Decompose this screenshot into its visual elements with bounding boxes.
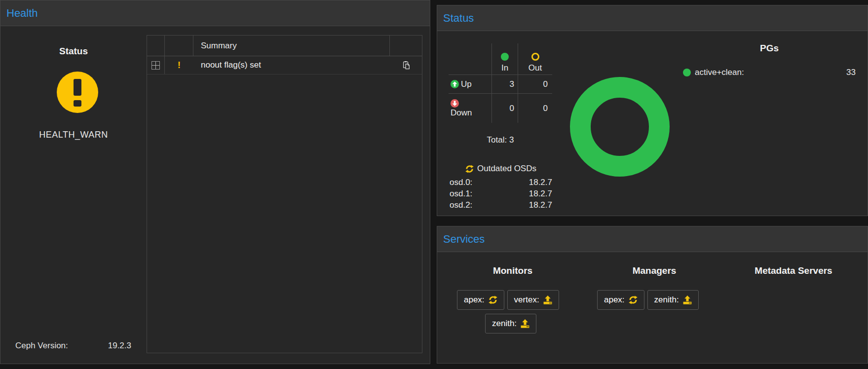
outdated-osds-list: osd.0: 18.2.7 osd.1: 18.2.7 osd.2: 18.2.… <box>449 177 553 211</box>
services-panel-title: Services <box>443 233 485 246</box>
copy-button[interactable] <box>402 61 411 70</box>
osd-name: osd.0: <box>450 178 472 187</box>
status-panel-title: Status <box>443 12 474 25</box>
active-clean-dot-icon <box>683 69 691 76</box>
monitor-vertex-label: vertex: <box>514 295 539 305</box>
osd-total-label: Total: 3 <box>449 135 552 145</box>
ceph-version-label: Ceph Version: <box>15 341 68 351</box>
expand-column-header <box>147 36 165 56</box>
refresh-icon <box>465 165 474 173</box>
outdated-osds-heading: Outdated OSDs <box>477 164 536 174</box>
table-row[interactable]: ! noout flag(s) set <box>147 56 422 74</box>
monitors-button-row-2: zenith: <box>485 314 536 333</box>
copy-icon <box>402 61 411 70</box>
summary-column-header: Summary <box>193 36 390 56</box>
monitors-button-row-1: apex: vertex: <box>457 290 559 310</box>
upload-icon <box>683 295 692 304</box>
osd-version: 18.2.7 <box>472 189 552 199</box>
status-panel: Status In Out Up <box>437 5 868 216</box>
osd-out-column-header: Out <box>518 43 552 74</box>
refresh-icon <box>489 295 497 304</box>
warning-severity-icon: ! <box>178 60 181 71</box>
osd-up-in-value: 3 <box>491 74 518 93</box>
refresh-icon <box>629 295 638 304</box>
health-status-heading: Status <box>0 46 147 57</box>
ceph-version-value: 19.2.3 <box>75 341 131 351</box>
osd-name: osd.2: <box>450 200 472 210</box>
metadata-servers-column-title: Metadata Servers <box>744 265 843 276</box>
manager-zenith-label: zenith: <box>654 295 679 305</box>
osd-up-label: Up <box>461 79 472 89</box>
out-ring-icon <box>531 53 539 61</box>
osd-down-out-value: 0 <box>518 93 552 123</box>
health-panel-body: Status HEALTH_WARN Ceph Version: 19.2.3 … <box>0 26 430 364</box>
outdated-osds-section: Outdated OSDs osd.0: 18.2.7 osd.1: 18.2.… <box>449 163 553 211</box>
warning-exclamation-dot <box>74 100 81 107</box>
list-item: osd.0: 18.2.7 <box>449 177 553 188</box>
managers-column-title: Managers <box>605 265 704 276</box>
severity-column-header <box>165 36 193 56</box>
health-panel: Health Status HEALTH_WARN Ceph Version: … <box>0 0 430 364</box>
status-panel-header: Status <box>437 5 868 31</box>
pgs-donut-chart <box>570 77 670 177</box>
health-warning-icon <box>57 72 98 113</box>
row-expand-cell <box>147 56 165 74</box>
action-column-header <box>390 36 422 56</box>
osd-name: osd.1: <box>450 189 472 199</box>
osd-version: 18.2.7 <box>472 200 552 210</box>
osd-version: 18.2.7 <box>472 178 552 187</box>
monitor-apex-button[interactable]: apex: <box>457 290 504 310</box>
health-warnings-table: Summary ! noout flag(s) set <box>147 35 422 353</box>
manager-apex-button[interactable]: apex: <box>597 290 644 310</box>
osd-state-matrix: In Out Up 3 0 <box>449 43 552 123</box>
status-panel-body: In Out Up 3 0 <box>437 31 868 216</box>
outdated-osds-heading-row: Outdated OSDs <box>449 163 553 174</box>
pgs-legend-value: 33 <box>744 68 856 77</box>
manager-apex-label: apex: <box>604 295 625 305</box>
health-warnings-table-header: Summary <box>147 36 422 56</box>
row-action-cell <box>390 56 422 74</box>
pgs-legend-label: active+clean: <box>695 68 744 77</box>
services-panel: Services Monitors Managers Metadata Serv… <box>437 226 868 364</box>
warning-summary-text: noout flag(s) set <box>201 60 261 70</box>
arrow-circle-down-icon <box>451 99 459 108</box>
warning-exclamation-bar <box>74 79 81 96</box>
monitor-apex-label: apex: <box>464 295 485 305</box>
in-dot-icon <box>501 53 509 61</box>
monitor-zenith-label: zenith: <box>492 319 517 329</box>
ceph-dashboard: Health Status HEALTH_WARN Ceph Version: … <box>0 0 868 369</box>
summary-header-label: Summary <box>201 41 237 51</box>
upload-icon <box>543 295 552 304</box>
list-item: osd.2: 18.2.7 <box>449 199 553 211</box>
expand-row-button[interactable] <box>151 61 160 70</box>
arrow-circle-up-icon <box>451 80 459 88</box>
health-state-text: HEALTH_WARN <box>0 130 147 140</box>
pgs-legend-row: active+clean: 33 <box>683 67 856 78</box>
monitor-vertex-button[interactable]: vertex: <box>507 290 559 310</box>
osd-up-out-value: 0 <box>518 74 552 93</box>
osd-out-label: Out <box>528 63 542 73</box>
osd-matrix-corner <box>449 43 491 74</box>
osd-down-in-value: 0 <box>491 93 518 123</box>
osd-in-label: In <box>501 63 508 73</box>
osd-down-row-header: Down <box>449 93 491 123</box>
services-panel-header: Services <box>437 226 868 252</box>
monitor-zenith-button[interactable]: zenith: <box>485 314 536 333</box>
health-panel-title: Health <box>6 7 38 20</box>
services-panel-body: Monitors Managers Metadata Servers apex:… <box>437 252 868 363</box>
manager-zenith-button[interactable]: zenith: <box>647 290 699 310</box>
osd-down-label: Down <box>451 108 472 118</box>
list-item: osd.1: 18.2.7 <box>449 188 553 199</box>
row-severity-cell: ! <box>165 56 193 74</box>
managers-button-row: apex: zenith: <box>597 290 699 310</box>
osd-up-row-header: Up <box>449 74 491 93</box>
monitors-column-title: Monitors <box>463 265 562 276</box>
osd-in-column-header: In <box>491 43 518 74</box>
health-panel-header: Health <box>0 0 430 26</box>
pgs-heading: PGs <box>730 43 809 54</box>
row-summary-cell: noout flag(s) set <box>193 56 390 74</box>
upload-icon <box>521 319 529 328</box>
